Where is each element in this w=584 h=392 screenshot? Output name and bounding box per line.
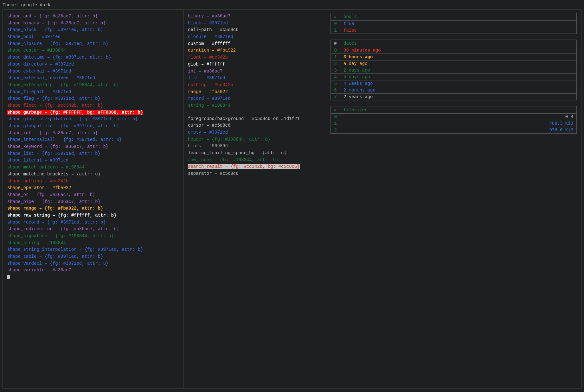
bools-table: # bools 0 true 1 false [331,13,577,34]
main-container: shape_and – {fg: #a36ac7, attr: b} shape… [3,9,581,389]
dates-val-5: 4 weeks ago [340,80,577,87]
bools-idx-0: 0 [331,21,340,27]
dates-idx-2: 2 [331,60,340,67]
line-header: header – {fg: #198844, attr: b} [188,136,321,143]
line-shape-redirection: shape_redirection – {fg: #a36ac7, attr: … [7,226,179,233]
line-shape-internalcall: shape_internalcall – {fg: #3971ed, attr:… [7,136,179,143]
bools-val-0: true [340,21,577,27]
line-shape-nothing: shape_nothing – #cc342b [7,178,179,185]
line-fg-bg: foreground/background – #c5c8c6 on #1d1f… [188,116,321,123]
line-glob: glob – #ffffff [188,61,321,68]
line-record: record – #3971ed [188,95,321,102]
line-shape-signature: shape_signature – {fg: #198844, attr: b} [7,233,179,240]
line-shape-datetime: shape_datetime – {fg: #3971ed, attr: b} [7,54,179,61]
bools-val-1: false [340,27,577,34]
line-shape-keyword: shape_keyword – {fg: #a36ac7, attr: b} [7,143,179,150]
table-row: 1 488.3 KiB [331,120,577,127]
dates-idx-7: 7 [331,94,340,100]
dates-val-7: 2 years ago [340,94,577,100]
table-row: 4 5 days ago [331,74,577,80]
dates-val-3: 2 days ago [340,67,577,74]
filesizes-idx-2: 2 [331,127,340,134]
dates-val-2: a day ago [340,60,577,67]
line-shape-flag: shape_flag – {fg: #3971ed, attr: b} [7,95,179,102]
line-string: string – #198844 [188,102,321,109]
bools-hash-header: # [331,13,340,21]
line-shape-external: shape_external – #3971ed [7,68,179,75]
filesizes-table-container: # filesizes 0 0 B 1 488.3 KiB [331,106,577,134]
table-row: 0 0 B [331,114,577,120]
line-list: list – #3971ed [188,75,321,82]
line-shape-pipe: shape_pipe – {fg: #a36ac7, attr: b} [7,199,179,205]
line-shape-block: shape_block – {fg: #3971ed, attr: b} [7,27,179,34]
right-column: # bools 0 true 1 false [326,10,581,389]
line-shape-literal: shape_literal – #3971ed [7,157,179,164]
line-closure: closure – #3971ed [188,34,321,41]
line-shape-binary: shape_binary – {fg: #a36ac7, attr: b} [7,20,179,27]
table-row: 0 30 minutes ago [331,47,577,54]
dates-idx-6: 6 [331,87,340,94]
line-search-result: search_result – {fg: #cc342b, bg: #c5c8c… [188,163,321,170]
mid-column: binary – #a36ac7 block – #3971ed cell-pa… [183,10,326,389]
table-row: 3 2 days ago [331,67,577,74]
bools-idx-1: 1 [331,27,340,34]
line-shape-range: shape_range – {fg: #fba922, attr: b} [7,205,179,212]
table-row: 1 3 hours ago [331,54,577,60]
line-shape-matching-brackets: shape_matching_brackets – {attr: u} [7,171,179,178]
filesizes-table: # filesizes 0 0 B 1 488.3 KiB [331,106,577,134]
line-shape-glob-interpolation: shape_glob_interpolation – {fg: #3971ed,… [7,116,179,123]
filesizes-val-0: 0 B [340,114,577,120]
dates-table: # dates 0 30 minutes ago 1 3 hours ago [331,40,577,100]
line-shape-list: shape_list – {fg: #3971ed, attr: b} [7,150,179,157]
filesizes-val-1: 488.3 KiB [340,120,577,127]
filesizes-hash-header: # [331,106,340,114]
line-shape-filepath: shape_filepath – #3971ed [7,89,179,96]
left-column: shape_and – {fg: #a36ac7, attr: b} shape… [3,10,183,389]
dates-idx-0: 0 [331,47,340,54]
dates-val-1: 3 hours ago [340,54,577,60]
dates-idx-3: 3 [331,67,340,74]
line-leading-trailing: leading_trailing_space_bg – {attr: n} [188,150,321,157]
line-shape-external-resolved: shape_external_resolved – #3971ed [7,75,179,82]
line-custom: custom – #ffffff [188,41,321,47]
filesizes-val-2: 976.6 KiB [340,127,577,134]
dates-title: dates [340,40,577,47]
line-nothing: nothing – #cc342b [188,82,321,89]
line-shape-garbage: shape_garbage – {fg: #FFFFFF, bg: #FF000… [7,109,179,116]
table-row: 0 true [331,21,577,27]
table-row: 6 2 months ago [331,87,577,94]
dates-hash-header: # [331,40,340,47]
line-cell-path: cell-path – #c5c8c6 [188,27,321,34]
line-shape-externalarg: shape_externalarg – {fg: #198844, attr: … [7,82,179,89]
line-shape-variable: shape_variable – #a36ac7 [7,267,179,274]
line-shape-string: shape_string – #198844 [7,240,179,247]
line-shape-bool: shape_bool – #3971ed [7,34,179,41]
right-panel: # bools 0 true 1 false [331,13,577,134]
bools-table-container: # bools 0 true 1 false [331,13,577,34]
line-float: float – #cc342b [188,54,321,61]
line-row-index: row_index – {fg: #198844, attr: b} [188,157,321,164]
line-shape-operator: shape_operator – #fba922 [7,185,179,192]
line-hints: hints – #969896 [188,143,321,150]
line-duration: duration – #fba922 [188,47,321,54]
table-row: 2 a day ago [331,60,577,67]
theme-label: Theme: google-dark [3,3,581,8]
table-row: 5 4 weeks ago [331,80,577,87]
line-shape-directory: shape_directory – #3971ed [7,61,179,68]
dates-val-6: 2 months ago [340,87,577,94]
line-block: block – #3971ed [188,20,321,27]
line-shape-float: shape_float – {fg: #cc342b, attr: b} [7,102,179,109]
table-row: 1 false [331,27,577,34]
filesizes-idx-1: 1 [331,120,340,127]
filesizes-idx-0: 0 [331,114,340,120]
line-shape-string-interpolation: shape_string_interpolation – {fg: #3971e… [7,246,179,253]
line-shape-table: shape_table – {fg: #3971ed, attr: b} [7,253,179,260]
table-row: 2 976.6 KiB [331,127,577,134]
table-row: 7 2 years ago [331,94,577,100]
line-binary: binary – #a36ac7 [188,13,321,20]
line-shape-record: shape_record – {fg: #3971ed, attr: b} [7,219,179,226]
line-shape-or: shape_or – {fg: #a36ac7, attr: b} [7,192,179,199]
cursor-line [7,274,179,281]
dates-val-0: 30 minutes ago [340,47,577,54]
line-cursor: cursor – #c5c8c6 [188,122,321,129]
